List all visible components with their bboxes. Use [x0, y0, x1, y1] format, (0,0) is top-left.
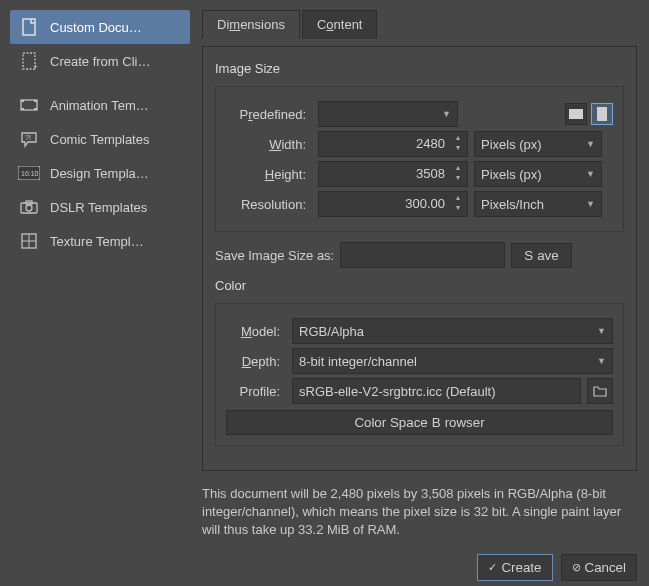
sidebar-item-texture[interactable]: Texture Templ…	[10, 224, 190, 258]
color-group: Model: RGB/Alpha▼ Depth: 8-bit integer/c…	[215, 303, 624, 446]
image-size-group: Predefined: ▼ Width: 2480▲▼ Pixels (px)▼…	[215, 86, 624, 232]
predefined-label: Predefined:	[226, 107, 312, 122]
dialog-footer: ✓ Create ⊘ Cancel	[202, 550, 637, 581]
create-button[interactable]: ✓ Create	[477, 554, 552, 581]
main-panel: Dimensions Content Image Size Predefined…	[190, 0, 649, 586]
sidebar-item-label: Create from Cli…	[50, 54, 150, 69]
color-space-browser-button[interactable]: Color Space Browser	[226, 410, 613, 435]
sidebar-item-label: Animation Tem…	[50, 98, 149, 113]
aspect-ratio-icon: 16:10	[18, 162, 40, 184]
document-summary: This document will be 2,480 pixels by 3,…	[202, 485, 637, 540]
profile-select[interactable]: sRGB-elle-V2-srgbtrc.icc (Default)	[292, 378, 581, 404]
color-title: Color	[215, 278, 624, 293]
template-sidebar: Custom Docu… + Create from Cli… Animatio…	[0, 0, 190, 586]
spin-down-icon[interactable]: ▼	[451, 144, 465, 154]
texture-grid-icon	[18, 230, 40, 252]
svg-rect-15	[569, 109, 583, 119]
resolution-input[interactable]: 300.00▲▼	[318, 191, 468, 217]
svg-rect-5	[21, 108, 24, 110]
sidebar-item-custom-document[interactable]: Custom Docu…	[10, 10, 190, 44]
save-as-label: Save Image Size as:	[215, 248, 334, 263]
folder-icon	[593, 385, 607, 397]
sidebar-item-design[interactable]: 16:10 Design Templa…	[10, 156, 190, 190]
svg-text:16:10: 16:10	[21, 170, 39, 177]
document-icon	[18, 16, 40, 38]
profile-label: Profile:	[226, 384, 286, 399]
sidebar-item-comic[interactable]: ?! Comic Templates	[10, 122, 190, 156]
sidebar-item-label: Custom Docu…	[50, 20, 142, 35]
width-unit-select[interactable]: Pixels (px)▼	[474, 131, 602, 157]
depth-select[interactable]: 8-bit integer/channel▼	[292, 348, 613, 374]
svg-text:+: +	[33, 62, 38, 71]
svg-rect-7	[34, 108, 37, 110]
save-as-input[interactable]	[340, 242, 505, 268]
cancel-button[interactable]: ⊘ Cancel	[561, 554, 638, 581]
tab-content[interactable]: Content	[302, 10, 378, 39]
sidebar-item-label: DSLR Templates	[50, 200, 147, 215]
cancel-icon: ⊘	[572, 561, 581, 574]
tab-bar: Dimensions Content	[202, 10, 637, 39]
camera-icon	[18, 196, 40, 218]
predefined-select[interactable]: ▼	[318, 101, 458, 127]
svg-rect-4	[21, 100, 24, 102]
sidebar-item-label: Texture Templ…	[50, 234, 144, 249]
sidebar-item-dslr[interactable]: DSLR Templates	[10, 190, 190, 224]
svg-rect-16	[597, 107, 607, 121]
spin-up-icon[interactable]: ▲	[451, 194, 465, 204]
orientation-landscape-button[interactable]	[565, 103, 587, 125]
spin-up-icon[interactable]: ▲	[451, 134, 465, 144]
spin-down-icon[interactable]: ▼	[451, 204, 465, 214]
sidebar-item-label: Comic Templates	[50, 132, 149, 147]
spin-up-icon[interactable]: ▲	[451, 164, 465, 174]
height-unit-select[interactable]: Pixels (px)▼	[474, 161, 602, 187]
image-size-title: Image Size	[215, 61, 624, 76]
height-input[interactable]: 3508▲▼	[318, 161, 468, 187]
width-input[interactable]: 2480▲▼	[318, 131, 468, 157]
svg-rect-6	[34, 100, 37, 102]
tab-dimensions[interactable]: Dimensions	[202, 10, 300, 39]
dimensions-panel: Image Size Predefined: ▼ Width: 2480▲▼ P…	[202, 46, 637, 471]
model-label: Model:	[226, 324, 286, 339]
film-icon	[18, 94, 40, 116]
svg-rect-0	[23, 19, 35, 35]
clipboard-paste-icon: +	[18, 50, 40, 72]
sidebar-item-label: Design Templa…	[50, 166, 149, 181]
model-select[interactable]: RGB/Alpha▼	[292, 318, 613, 344]
spin-down-icon[interactable]: ▼	[451, 174, 465, 184]
sidebar-item-create-clipboard[interactable]: + Create from Cli…	[10, 44, 190, 78]
svg-point-12	[26, 205, 32, 211]
resolution-label: Resolution:	[226, 197, 312, 212]
depth-label: Depth:	[226, 354, 286, 369]
svg-text:?!: ?!	[25, 134, 31, 141]
sidebar-item-animation[interactable]: Animation Tem…	[10, 88, 190, 122]
width-label: Width:	[226, 137, 312, 152]
check-icon: ✓	[488, 561, 497, 574]
save-size-button[interactable]: Save	[511, 243, 571, 268]
resolution-unit-select[interactable]: Pixels/Inch▼	[474, 191, 602, 217]
height-label: Height:	[226, 167, 312, 182]
orientation-portrait-button[interactable]	[591, 103, 613, 125]
profile-browse-button[interactable]	[587, 378, 613, 404]
speech-bubble-icon: ?!	[18, 128, 40, 150]
